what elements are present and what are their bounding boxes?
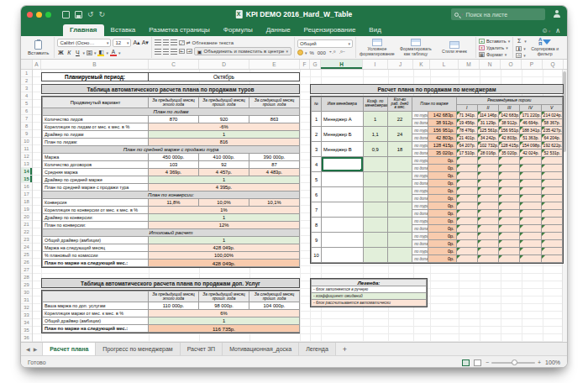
cell[interactable]: [477, 187, 498, 195]
merge-center-button[interactable]: ▣Объединить и поместить в центре▾: [194, 47, 291, 55]
minimize-button[interactable]: [36, 12, 42, 18]
column-header-O[interactable]: O: [501, 60, 522, 69]
column-header-I[interactable]: I: [363, 60, 388, 69]
currency-icon[interactable]: [297, 50, 303, 55]
percent-style-button[interactable]: %: [308, 50, 314, 55]
ribbon-tab-Вставка[interactable]: Вставка: [104, 24, 143, 36]
cell[interactable]: [43, 291, 149, 302]
row-number-16[interactable]: 16: [21, 183, 32, 191]
cell[interactable]: [499, 187, 520, 195]
row-number-21[interactable]: 21: [21, 221, 32, 228]
cell[interactable]: 156 951р.: [499, 127, 520, 134]
cell[interactable]: Общий драйвер (амбиции): [43, 237, 149, 244]
cell[interactable]: [322, 233, 363, 248]
cell[interactable]: по турам:: [412, 112, 428, 119]
cell[interactable]: [520, 210, 541, 218]
cell[interactable]: по допам:: [412, 195, 428, 202]
cell[interactable]: [363, 248, 387, 263]
cell[interactable]: [456, 225, 477, 233]
cell[interactable]: 51 363р.: [520, 134, 541, 142]
cell[interactable]: 18: [387, 142, 412, 157]
align-top-icon[interactable]: [155, 39, 161, 45]
bold-button[interactable]: Ж: [57, 49, 64, 56]
cell[interactable]: 0р.: [428, 218, 456, 225]
row-number-11[interactable]: 11: [21, 145, 32, 153]
cell[interactable]: [456, 202, 477, 210]
cell[interactable]: [456, 195, 477, 202]
cell[interactable]: по турам:: [412, 142, 428, 150]
cell[interactable]: 46 694р.: [520, 119, 541, 127]
cell[interactable]: 10: [312, 248, 322, 263]
cell[interactable]: 11,8%: [149, 199, 199, 207]
cell[interactable]: 1: [312, 112, 322, 127]
cell[interactable]: [387, 233, 412, 248]
cell[interactable]: 1: [149, 131, 300, 139]
row-number-9[interactable]: 9: [21, 130, 32, 138]
cell[interactable]: За предыдущий месяц этого года: [149, 97, 199, 108]
column-header-F[interactable]: F: [300, 60, 310, 69]
cell[interactable]: [477, 195, 498, 202]
sheet-tab-Мотивационная_доска[interactable]: Мотивационная_доска: [223, 343, 299, 355]
cell[interactable]: 6: [312, 187, 322, 202]
row-number-36[interactable]: 36: [21, 334, 32, 342]
align-middle-icon[interactable]: [163, 39, 169, 45]
cell[interactable]: по допам:: [412, 134, 428, 142]
autosum-button[interactable]: Σ: [516, 37, 522, 45]
share-person-icon[interactable]: [553, 10, 561, 18]
cell[interactable]: [456, 240, 477, 248]
cell[interactable]: [499, 233, 520, 240]
cell[interactable]: [499, 240, 520, 248]
cell[interactable]: [520, 240, 541, 248]
row-number-19[interactable]: 19: [21, 206, 32, 213]
cell[interactable]: [363, 172, 387, 187]
cell[interactable]: [477, 157, 498, 165]
cell[interactable]: [541, 165, 562, 172]
column-header-K[interactable]: K: [413, 60, 430, 69]
ribbon-tab-Данные[interactable]: Данные: [260, 24, 297, 36]
cell[interactable]: 100,00%: [149, 252, 300, 260]
cell[interactable]: 156 951р.: [428, 127, 456, 134]
cell[interactable]: [477, 225, 498, 233]
cell[interactable]: 4 395р.: [149, 184, 300, 192]
cell[interactable]: по допам:: [412, 165, 428, 172]
cell[interactable]: 428 049р.: [149, 260, 300, 267]
cell[interactable]: [322, 202, 363, 218]
add-sheet-button[interactable]: +: [336, 343, 354, 355]
cell[interactable]: [456, 248, 477, 255]
cell[interactable]: 4 483р.: [249, 169, 300, 176]
cell[interactable]: 104 000р.: [249, 302, 300, 310]
cell[interactable]: [499, 172, 520, 180]
cell[interactable]: [477, 255, 498, 263]
cell[interactable]: 21 401р.: [456, 134, 477, 142]
cell[interactable]: по допам:: [412, 150, 428, 157]
cell[interactable]: 28 016р.: [477, 150, 498, 157]
number-format-select[interactable]: Общий▾: [297, 39, 353, 48]
italic-button[interactable]: К: [66, 49, 72, 56]
align-bottom-icon[interactable]: [171, 39, 177, 45]
cell[interactable]: [477, 240, 498, 248]
cell[interactable]: План по лидам: [43, 108, 300, 116]
column-header-C[interactable]: C: [149, 60, 199, 69]
column-header-B[interactable]: B: [41, 60, 149, 69]
cell[interactable]: [456, 210, 477, 218]
cell[interactable]: [541, 255, 562, 263]
cell[interactable]: 4 457р.: [199, 169, 249, 176]
cell[interactable]: Имя менеджера: [322, 97, 363, 112]
zoom-window-button[interactable]: [45, 12, 51, 18]
cell[interactable]: План по марже на следующий мес.:: [43, 325, 149, 333]
cell[interactable]: 10,0%: [199, 199, 249, 207]
cell[interactable]: [456, 172, 477, 180]
sort-filter-button[interactable]: АЯ Сортировка и фильтр: [528, 38, 562, 56]
cell[interactable]: [520, 202, 541, 210]
cell[interactable]: [520, 187, 541, 195]
cell[interactable]: 188 341р.: [520, 127, 541, 134]
cell[interactable]: Корелляция по конверсии от мес. к мес. в…: [43, 207, 149, 214]
cell[interactable]: [541, 180, 562, 187]
row-number-23[interactable]: 23: [21, 236, 32, 244]
cell[interactable]: 87: [249, 161, 300, 169]
cell[interactable]: 0р.: [428, 165, 456, 172]
cell[interactable]: [541, 187, 562, 195]
cell[interactable]: 35 020р.: [428, 150, 456, 157]
cell[interactable]: 142 683р.: [428, 112, 456, 119]
cell[interactable]: % плановый по комиссии: [43, 252, 149, 260]
